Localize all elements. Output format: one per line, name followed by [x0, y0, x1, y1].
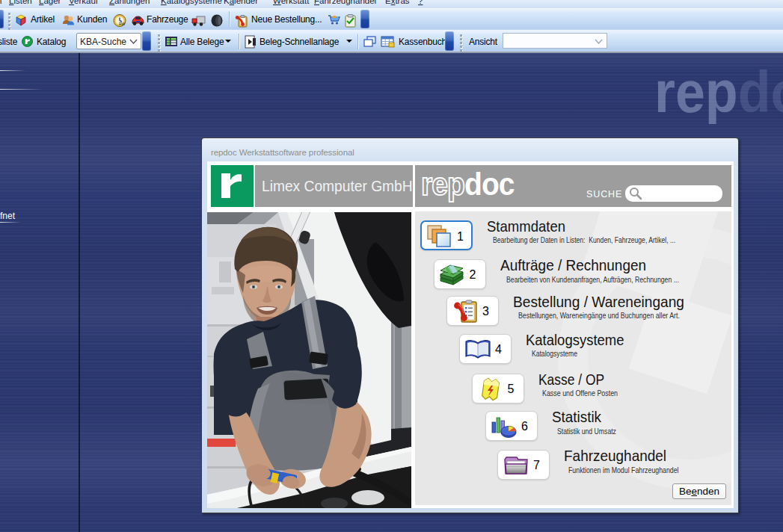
svg-text:RW: RW: [119, 22, 126, 26]
